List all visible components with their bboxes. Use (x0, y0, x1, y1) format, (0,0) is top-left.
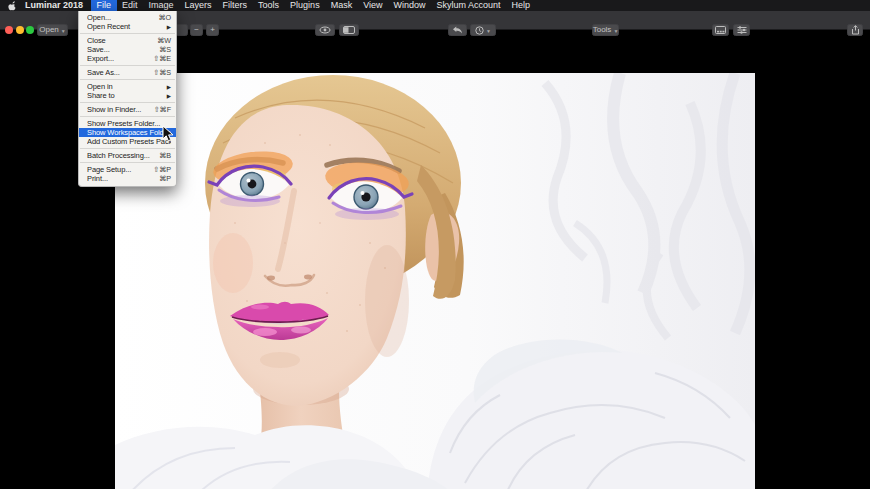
menubar-item-skylum-account[interactable]: Skylum Account (431, 0, 506, 11)
apple-menu[interactable] (0, 1, 23, 11)
menu-item-share-to[interactable]: Share to▶ (79, 91, 176, 100)
undo-button[interactable] (448, 24, 467, 36)
menu-item-shortcut: ⌘O (158, 13, 171, 22)
menubar-item-mask[interactable]: Mask (325, 0, 358, 11)
chevron-down-icon: ▼ (486, 26, 491, 36)
menu-item-print[interactable]: Print...⌘P (79, 174, 176, 183)
menubar-item-image[interactable]: Image (143, 0, 179, 11)
menu-item-label: Show Workspaces Folder... (87, 128, 171, 137)
chevron-down-icon: ▼ (61, 26, 66, 36)
mouse-cursor (162, 125, 174, 142)
menu-item-label: Open... (87, 13, 158, 22)
menu-separator (80, 65, 175, 66)
eye-icon (319, 26, 331, 34)
menu-separator (80, 116, 175, 117)
menu-item-open[interactable]: Open...⌘O (79, 13, 176, 22)
undo-icon (452, 26, 463, 35)
quick-preview-button[interactable] (315, 24, 335, 36)
menu-item-close[interactable]: Close⌘W (79, 36, 176, 45)
menu-item-shortcut: ⇧⌘F (154, 105, 171, 114)
tools-button[interactable]: Tools ▼ (592, 24, 619, 36)
history-icon (475, 26, 484, 35)
menubar-item-plugins[interactable]: Plugins (285, 0, 326, 11)
menubar-item-file[interactable]: File (91, 0, 117, 11)
menu-bar-items: FileEditImageLayersFiltersToolsPluginsMa… (91, 0, 536, 11)
menu-item-shortcut: ⌘P (159, 174, 171, 183)
menu-item-batch-processing[interactable]: Batch Processing...⌘B (79, 151, 176, 160)
menu-item-save[interactable]: Save...⌘S (79, 45, 176, 54)
menu-item-label: Page Setup... (87, 165, 153, 174)
compare-button[interactable] (339, 24, 359, 36)
open-button[interactable]: Open ▼ (37, 24, 68, 36)
window-minimize-button[interactable] (16, 26, 24, 34)
window-zoom-button[interactable] (26, 26, 34, 34)
history-button[interactable]: ▼ (470, 24, 496, 36)
menu-separator (80, 148, 175, 149)
menu-item-save-as[interactable]: Save As...⇧⌘S (79, 68, 176, 77)
menubar-item-tools[interactable]: Tools (253, 0, 285, 11)
submenu-arrow-icon: ▶ (167, 84, 171, 90)
menu-item-shortcut: ⇧⌘E (153, 54, 171, 63)
menu-item-label: Add Custom Presets Pack... (87, 137, 171, 146)
compare-icon (343, 26, 355, 34)
menu-item-export[interactable]: Export...⇧⌘E (79, 54, 176, 63)
presets-panel-button[interactable] (712, 24, 729, 36)
menu-item-label: Show Presets Folder... (87, 119, 171, 128)
menu-item-shortcut: ⇧⌘P (153, 165, 171, 174)
menubar-item-filters[interactable]: Filters (217, 0, 253, 11)
menu-separator (80, 102, 175, 103)
tools-button-label: Tools (593, 25, 612, 35)
file-menu-dropdown: Open...⌘OOpen Recent▶Close⌘WSave...⌘SExp… (78, 11, 177, 187)
menubar-item-window[interactable]: Window (388, 0, 431, 11)
menu-item-shortcut: ⌘S (159, 45, 171, 54)
menu-item-open-recent[interactable]: Open Recent▶ (79, 22, 176, 31)
menu-item-label: Open Recent (87, 22, 167, 31)
filters-panel-icon (737, 26, 747, 34)
menu-separator (80, 33, 175, 34)
menu-item-label: Share to (87, 91, 167, 100)
menubar-item-edit[interactable]: Edit (117, 0, 144, 11)
submenu-arrow-icon: ▶ (167, 93, 171, 99)
menu-bar: Luminar 2018 FileEditImageLayersFiltersT… (0, 0, 870, 11)
menu-item-show-in-finder[interactable]: Show in Finder...⇧⌘F (79, 105, 176, 114)
menu-item-label: Print... (87, 174, 159, 183)
chevron-down-icon: ▼ (613, 26, 618, 36)
zoom-in-button[interactable]: + (206, 24, 219, 36)
filters-panel-button[interactable] (733, 24, 750, 36)
menu-item-label: Open in (87, 82, 167, 91)
menu-item-shortcut: ⌘B (159, 151, 171, 160)
menu-separator (80, 79, 175, 80)
zoom-in-label: + (210, 25, 215, 35)
menu-item-label: Batch Processing... (87, 151, 159, 160)
menu-item-label: Show in Finder... (87, 105, 154, 114)
apple-icon (8, 1, 16, 11)
menubar-item-help[interactable]: Help (506, 0, 536, 11)
menu-item-label: Save As... (87, 68, 153, 77)
menu-item-open-in[interactable]: Open in▶ (79, 82, 176, 91)
export-button[interactable] (847, 24, 863, 36)
portrait-photo (115, 73, 755, 489)
app-window: Luminar 2018 FileEditImageLayersFiltersT… (0, 0, 870, 489)
menu-separator (80, 162, 175, 163)
menu-item-label: Export... (87, 54, 153, 63)
zoom-out-label: − (194, 25, 199, 35)
export-icon (851, 25, 860, 35)
menu-item-shortcut: ⌘W (157, 36, 171, 45)
menu-item-label: Save... (87, 45, 159, 54)
menu-item-label: Close (87, 36, 157, 45)
open-button-label: Open (39, 25, 59, 35)
zoom-out-button[interactable]: − (190, 24, 203, 36)
menubar-item-view[interactable]: View (358, 0, 388, 11)
window-close-button[interactable] (5, 26, 13, 34)
presets-panel-icon (715, 26, 726, 34)
submenu-arrow-icon: ▶ (167, 24, 171, 30)
menubar-item-layers[interactable]: Layers (179, 0, 217, 11)
app-name[interactable]: Luminar 2018 (23, 0, 91, 11)
menu-item-shortcut: ⇧⌘S (153, 68, 171, 77)
menu-item-page-setup[interactable]: Page Setup...⇧⌘P (79, 165, 176, 174)
